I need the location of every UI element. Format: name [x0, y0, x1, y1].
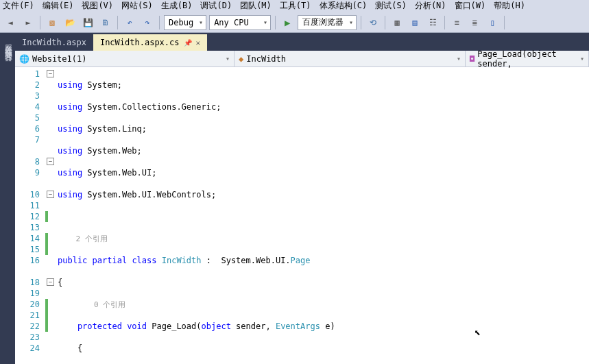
bookmark-icon[interactable]: ▯ [485, 15, 500, 30]
browser-link-icon[interactable]: ⟲ [365, 15, 381, 30]
menu-edit[interactable]: 编辑(E) [43, 0, 74, 12]
menu-arch[interactable]: 体系结构(C) [320, 0, 368, 12]
uncomment-icon[interactable]: ≣ [467, 15, 482, 30]
menu-team[interactable]: 团队(M) [240, 0, 272, 12]
menu-tools[interactable]: 工具(T) [280, 0, 311, 12]
step2-icon[interactable]: ▤ [407, 15, 422, 30]
menu-analyze[interactable]: 分析(N) [415, 0, 446, 12]
menu-view[interactable]: 视图(V) [82, 0, 113, 12]
menu-help[interactable]: 帮助(H) [494, 0, 525, 12]
save-icon[interactable]: 💾 [80, 15, 95, 30]
new-project-icon[interactable]: ▧ [45, 15, 60, 30]
platform-select[interactable]: Any CPU [209, 15, 271, 30]
step3-icon[interactable]: ☷ [425, 15, 440, 30]
menu-test[interactable]: 测试(S) [375, 0, 407, 12]
open-icon[interactable]: 📂 [62, 15, 77, 30]
forward-icon[interactable]: ► [21, 15, 36, 30]
menu-debug[interactable]: 调试(D) [200, 0, 232, 12]
config-select[interactable]: Debug [164, 15, 206, 30]
undo-icon[interactable]: ↶ [122, 15, 137, 30]
save-all-icon[interactable]: 🗎 [98, 15, 113, 30]
menubar: 文件(F) 编辑(E) 视图(V) 网站(S) 生成(B) 调试(D) 团队(M… [0, 0, 589, 12]
start-debug-icon[interactable]: ▶ [280, 15, 295, 30]
run-target-select[interactable]: 百度浏览器 [298, 15, 357, 30]
redo-icon[interactable]: ↷ [140, 15, 155, 30]
menu-build[interactable]: 生成(B) [161, 0, 193, 12]
comment-icon[interactable]: ≡ [449, 15, 464, 30]
menu-window[interactable]: 窗口(W) [455, 0, 486, 12]
menu-file[interactable]: 文件(F) [3, 0, 34, 12]
menu-site[interactable]: 网站(S) [121, 0, 153, 12]
back-icon[interactable]: ◄ [3, 15, 18, 30]
toolbar: ◄ ► ▧ 📂 💾 🗎 ↶ ↷ Debug Any CPU ▶ 百度浏览器 ⟲ … [0, 12, 589, 33]
step-icon[interactable]: ▦ [389, 15, 405, 30]
